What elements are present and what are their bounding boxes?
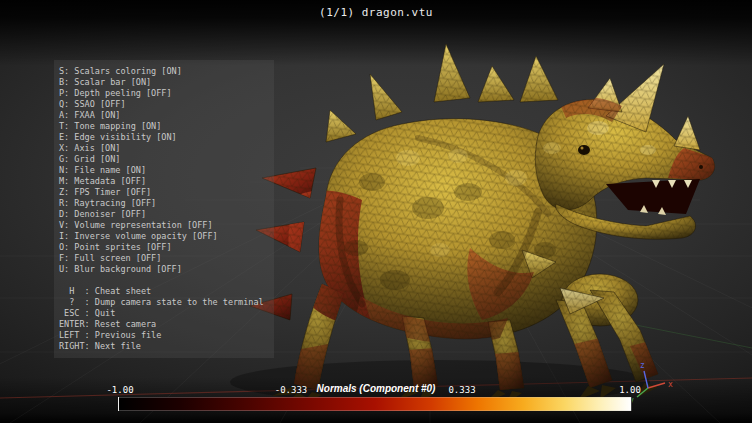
scalar-bar-tick-low: -0.333	[263, 385, 319, 395]
cheat-sheet-toggle-line: G: Grid [ON]	[59, 154, 269, 165]
cheat-sheet-toggle-line: E: Edge visibility [ON]	[59, 132, 269, 143]
axis-x-label: x	[668, 380, 673, 389]
scalar-bar-tick-high: 0.333	[436, 385, 488, 395]
cheat-sheet-toggle-line: B: Scalar bar [ON]	[59, 77, 269, 88]
axis-z-label: z	[640, 361, 645, 370]
cheat-sheet-command-line: LEFT : Previous file	[59, 330, 269, 341]
cheat-sheet-toggle-line: Q: SSAO [OFF]	[59, 99, 269, 110]
scalar-bar-gradient	[118, 397, 632, 411]
cheat-sheet-toggle-line: D: Denoiser [OFF]	[59, 209, 269, 220]
f3d-viewer-window: x y z (1/1) dragon.vtu S: Scalars colori…	[0, 0, 752, 423]
cheat-sheet-toggle-line: A: FXAA [ON]	[59, 110, 269, 121]
cheat-sheet-command-line: ? : Dump camera state to the terminal	[59, 297, 269, 308]
eye	[578, 145, 590, 155]
cheat-sheet-command-line: H : Cheat sheet	[59, 286, 269, 297]
cheat-sheet-toggle-line: T: Tone mapping [ON]	[59, 121, 269, 132]
cheat-sheet-toggle-line: F: Full screen [OFF]	[59, 253, 269, 264]
cheat-sheet-command-line: ESC : Quit	[59, 308, 269, 319]
cheat-sheet-toggle-line: M: Metadata [OFF]	[59, 176, 269, 187]
cheat-sheet-toggle-line: I: Inverse volume opacity [OFF]	[59, 231, 269, 242]
cheat-sheet-toggle-line: N: File name [ON]	[59, 165, 269, 176]
cheat-sheet-panel: S: Scalars coloring [ON]B: Scalar bar [O…	[54, 60, 274, 358]
cheat-sheet-toggle-line: Z: FPS Timer [OFF]	[59, 187, 269, 198]
cheat-sheet-toggle-line: U: Blur background [OFF]	[59, 264, 269, 275]
cheat-sheet-toggle-line: P: Depth peeling [OFF]	[59, 88, 269, 99]
cheat-sheet-command-line: RIGHT: Next file	[59, 341, 269, 352]
nostril	[699, 165, 703, 169]
cheat-sheet-toggle-line: O: Point sprites [OFF]	[59, 242, 269, 253]
cheat-sheet-toggle-line: R: Raytracing [OFF]	[59, 198, 269, 209]
cheat-sheet-toggle-line: V: Volume representation [OFF]	[59, 220, 269, 231]
file-title: (1/1) dragon.vtu	[0, 6, 752, 19]
cheat-sheet-commands: H : Cheat sheet ? : Dump camera state to…	[59, 286, 269, 352]
cheat-sheet-toggles: S: Scalars coloring [ON]B: Scalar bar [O…	[59, 66, 269, 275]
cheat-sheet-toggle-line: X: Axis [ON]	[59, 143, 269, 154]
scalar-bar-tick-min: -1.00	[95, 385, 145, 395]
cheat-sheet-command-line: ENTER: Reset camera	[59, 319, 269, 330]
mouth-interior	[606, 179, 700, 214]
scalar-bar-title: Normals (Component #0)	[306, 383, 446, 394]
scalar-bar-tick-max: 1.00	[606, 385, 654, 395]
cheat-sheet-toggle-line: S: Scalars coloring [ON]	[59, 66, 269, 77]
